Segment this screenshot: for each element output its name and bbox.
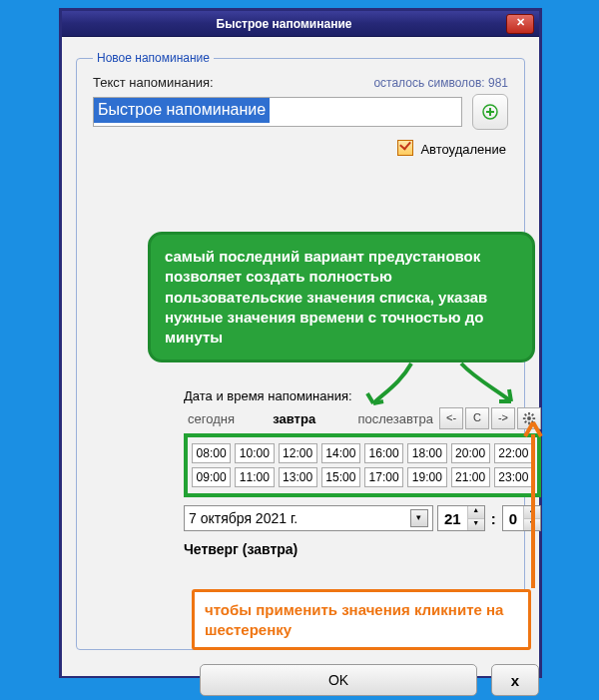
time-preset[interactable]: 08:00	[192, 443, 231, 463]
plus-icon	[482, 104, 498, 120]
time-preset[interactable]: 10:00	[235, 443, 274, 463]
autodelete-checkbox[interactable]	[397, 140, 413, 156]
time-grid: 08:00 10:00 12:00 14:00 16:00 18:00 20:0…	[192, 443, 533, 487]
hour-spin-buttons[interactable]: ▲▼	[467, 506, 484, 530]
time-preset[interactable]: 15:00	[321, 467, 360, 487]
text-label: Текст напоминания:	[93, 75, 214, 90]
hour-spinner[interactable]: 21 ▲▼	[437, 505, 485, 531]
cancel-button[interactable]: x	[491, 664, 539, 696]
time-preset[interactable]: 21:00	[451, 467, 490, 487]
orange-arrow	[503, 416, 563, 596]
reminder-dialog: Быстрое напоминание ✕ Новое напоминание …	[59, 8, 542, 678]
chars-left: осталось символов: 981	[373, 76, 508, 90]
time-preset[interactable]: 13:00	[279, 467, 317, 487]
green-arrow-2	[451, 361, 521, 411]
hour-value: 21	[438, 506, 467, 530]
tab-after[interactable]: послезавтра	[357, 411, 437, 426]
time-preset[interactable]: 09:00	[192, 467, 231, 487]
hint-callout-orange: чтобы применить значения кликните на шес…	[192, 589, 531, 650]
time-preset[interactable]: 20:00	[451, 443, 490, 463]
close-button[interactable]: ✕	[506, 14, 534, 34]
add-button[interactable]	[472, 94, 508, 130]
tab-today[interactable]: сегодня	[184, 411, 273, 426]
tab-tomorrow[interactable]: завтра	[273, 411, 357, 426]
time-preset[interactable]: 19:00	[407, 467, 446, 487]
time-preset[interactable]: 17:00	[364, 467, 403, 487]
ok-button[interactable]: OK	[200, 664, 477, 696]
autodelete-label: Автоудаление	[420, 142, 506, 157]
time-preset[interactable]: 11:00	[235, 467, 274, 487]
time-preset[interactable]: 12:00	[279, 443, 317, 463]
date-picker[interactable]: 7 октября 2021 г. ▾	[184, 505, 433, 531]
time-preset[interactable]: 18:00	[407, 443, 446, 463]
reminder-text-input[interactable]: Быстрое напоминание	[93, 97, 462, 127]
window-title: Быстрое напоминание	[62, 17, 506, 31]
titlebar[interactable]: Быстрое напоминание ✕	[62, 11, 539, 37]
date-value: 7 октября 2021 г.	[189, 510, 298, 526]
day-of-week: Четверг (завтра)	[184, 541, 541, 557]
datetime-area: Дата и время напоминания: сегодня завтра…	[184, 388, 541, 557]
hint-callout-green: самый последний вариант предустановок по…	[148, 232, 535, 362]
green-arrow-1	[361, 361, 421, 411]
group-legend: Новое напоминание	[93, 51, 214, 65]
time-preset[interactable]: 16:00	[364, 443, 403, 463]
reminder-text-value: Быстрое напоминание	[94, 98, 270, 123]
dialog-body: Новое напоминание Текст напоминания: ост…	[62, 37, 539, 676]
time-preset[interactable]: 14:00	[321, 443, 360, 463]
chevron-down-icon: ▾	[410, 509, 428, 527]
time-colon: :	[489, 510, 498, 527]
time-presets-highlight: 08:00 10:00 12:00 14:00 16:00 18:00 20:0…	[184, 433, 541, 497]
